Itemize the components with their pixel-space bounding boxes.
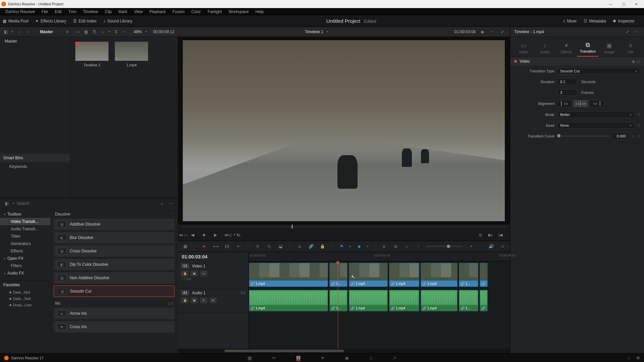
menu-fairlight[interactable]: Fairlight xyxy=(204,9,225,14)
duration-seconds-field[interactable]: 0.1 xyxy=(557,78,577,85)
chevron-down-icon[interactable]: ▾ xyxy=(191,234,193,237)
timeline-clip-area[interactable]: 🔗1.mp4🔗1...🔗1.mp4🔗1.mp4🔗1.mp4🔗1...🔗 🔗1.m… xyxy=(249,261,510,349)
page-fairlight[interactable]: ♫ xyxy=(369,355,373,361)
favorite-item[interactable]: ★ Dark...hird xyxy=(0,289,50,296)
selection-tool[interactable]: ➤ xyxy=(201,243,208,250)
timeline-scrollbar[interactable] xyxy=(178,349,510,353)
timeline-clip[interactable]: 🔗1... xyxy=(329,290,347,311)
menu-playback[interactable]: Playback xyxy=(146,9,169,14)
timeline-clip[interactable]: 🔗 xyxy=(480,263,488,287)
lock-icon[interactable]: 🔒 xyxy=(319,243,326,250)
tree-audio-transitions[interactable]: Audio Transiti... xyxy=(0,225,50,233)
tree-video-transitions[interactable]: Video Transiti... xyxy=(0,218,50,225)
zoom-percent[interactable]: 49% xyxy=(134,29,142,34)
group-dissolve[interactable]: Dissolve⌃ xyxy=(54,210,174,219)
metadata-toggle[interactable]: ☷Metadata xyxy=(584,19,606,23)
dynamic-trim-tool[interactable]: ⟪⟫ xyxy=(224,243,230,250)
effect-cross-dissolve[interactable]: ▨Cross Dissolve xyxy=(54,245,174,257)
effect-non-additive[interactable]: ▨Non-Additive Dissolve xyxy=(54,272,174,284)
sound-library-toggle[interactable]: ♪Sound Library xyxy=(103,19,132,23)
overwrite-icon[interactable]: ⎗ xyxy=(266,243,272,250)
insert-icon[interactable]: ⎘ xyxy=(254,243,261,250)
timeline-timecode[interactable]: 01:00:03:04 xyxy=(178,252,249,261)
effect-dip-to-color[interactable]: ◧Dip To Color Dissolve xyxy=(54,259,174,270)
zoom-to-fit-icon[interactable]: ⧉ xyxy=(392,243,399,250)
stop-button[interactable]: ■ xyxy=(201,232,207,238)
project-settings-icon[interactable]: ⚙ xyxy=(636,356,640,360)
timeline-ruler[interactable]: 01:00:00:00 01:00:04:00 01:00:08:00 xyxy=(249,252,510,261)
menu-view[interactable]: View xyxy=(131,9,146,14)
zoom-out-button[interactable]: − xyxy=(415,243,422,250)
align-end-button[interactable]: ▭▕ xyxy=(589,100,604,107)
search-icon[interactable]: ⌕ xyxy=(158,200,165,207)
marker-icon[interactable]: ◆ xyxy=(356,243,362,250)
blade-tool[interactable]: ✄ xyxy=(235,243,242,250)
page-edit[interactable]: ▤ xyxy=(296,355,301,361)
media-pool-toggle[interactable]: ▦Media Pool xyxy=(3,19,29,23)
timeline-clip[interactable]: 🔗1.mp4 xyxy=(349,263,388,287)
inspector-section-video[interactable]: Video ◆◇ xyxy=(510,57,644,66)
page-fusion[interactable]: ✦ xyxy=(321,355,325,361)
curve-value[interactable]: 0.000 xyxy=(612,133,629,139)
smartbins-header[interactable]: Smart Bins xyxy=(0,154,70,162)
program-viewer[interactable] xyxy=(178,37,510,225)
effect-additive-dissolve[interactable]: ▨Additive Dissolve xyxy=(54,219,174,230)
more-icon[interactable]: ⋯ xyxy=(489,28,496,35)
smartbin-keywords[interactable]: Keywords xyxy=(0,162,70,171)
timeline-clip[interactable]: 🔗 xyxy=(480,290,488,311)
chevron-down-icon[interactable]: ▾ xyxy=(13,202,14,205)
single-viewer-icon[interactable]: ⧉ xyxy=(477,232,484,238)
tab-file[interactable]: ≡File xyxy=(620,41,641,57)
audio-monitor-icon[interactable]: 🔊 xyxy=(488,243,494,250)
timeline-clip[interactable]: 🔗1.mp4 xyxy=(421,263,458,287)
expand-icon[interactable]: ⤢ xyxy=(499,28,506,35)
range-icon[interactable]: ⧈ xyxy=(381,243,387,250)
clip-thumb[interactable]: ♪ 1.mp4 xyxy=(115,42,148,67)
clip-thumb[interactable]: Timeline 1 xyxy=(75,42,109,67)
reset-icon[interactable]: ↺ xyxy=(637,123,640,128)
trim-tool[interactable]: ⟷ xyxy=(212,243,219,250)
chevron-down-icon[interactable]: ▾ xyxy=(327,30,328,33)
link-icon[interactable]: 🔗 xyxy=(308,243,314,250)
menu-fusion[interactable]: Fusion xyxy=(169,9,188,14)
home-icon[interactable]: ⌂ xyxy=(628,356,630,360)
align-start-button[interactable]: ▏▭ xyxy=(557,100,572,107)
favorite-item[interactable]: ★ Draw...Line xyxy=(0,302,50,308)
tree-filters[interactable]: Filters xyxy=(0,262,50,269)
detail-zoom-icon[interactable]: ⌕ xyxy=(404,243,410,250)
next-edit-icon[interactable]: ▶| xyxy=(487,232,494,238)
favorites-header[interactable]: Favorites xyxy=(0,280,50,289)
curve-slider[interactable] xyxy=(557,135,609,137)
tree-toolbox[interactable]: ▾Toolbox xyxy=(0,210,50,218)
effect-cross-iris[interactable]: ✚Cross Iris xyxy=(54,321,174,333)
bin-master[interactable]: Master xyxy=(0,37,70,46)
keyframe-icon[interactable]: ◇ xyxy=(632,134,634,138)
menu-color[interactable]: Color xyxy=(188,9,204,14)
menu-trim[interactable]: Trim xyxy=(65,9,80,14)
menu-workspace[interactable]: Workspace xyxy=(225,9,252,14)
timeline-clip[interactable]: 🔗1.mp4 xyxy=(249,290,328,311)
menu-file[interactable]: File xyxy=(38,9,51,14)
match-frame-icon[interactable]: ▷ xyxy=(238,233,241,237)
chevron-down-icon[interactable]: ▾ xyxy=(12,30,13,33)
menu-help[interactable]: Help xyxy=(252,9,267,14)
timeline-clip[interactable]: 🔗1... xyxy=(329,263,347,287)
page-media[interactable]: ▦ xyxy=(248,355,252,361)
more-icon[interactable]: ⋯ xyxy=(122,28,127,35)
search-icon[interactable]: ⌕ xyxy=(100,28,105,35)
zoom-in-button[interactable]: + xyxy=(468,243,475,250)
transition-type-select[interactable]: Smooth Cut▾ xyxy=(557,68,640,74)
timeline-clip[interactable]: 🔗1.mp4 xyxy=(349,290,388,311)
play-button[interactable]: ▶ xyxy=(212,232,219,238)
menu-timeline[interactable]: Timeline xyxy=(79,9,101,14)
timeline-view-icon[interactable]: ▦ xyxy=(182,243,189,250)
replace-icon[interactable]: ⬓ xyxy=(277,243,284,250)
viewer-mode-icon[interactable]: ▭ xyxy=(182,232,189,238)
menu-mark[interactable]: Mark xyxy=(115,9,131,14)
menu-clip[interactable]: Clip xyxy=(101,9,115,14)
timeline-clip[interactable]: 🔗1... xyxy=(459,263,478,287)
reset-icon[interactable]: ↺ xyxy=(637,113,640,117)
view-thumb-icon[interactable]: ▦ xyxy=(84,28,89,35)
more-icon[interactable]: ⋯ xyxy=(168,200,174,207)
video-track-header[interactable]: V1Video 1 🔒▣▭ 7 Clips xyxy=(178,261,249,288)
